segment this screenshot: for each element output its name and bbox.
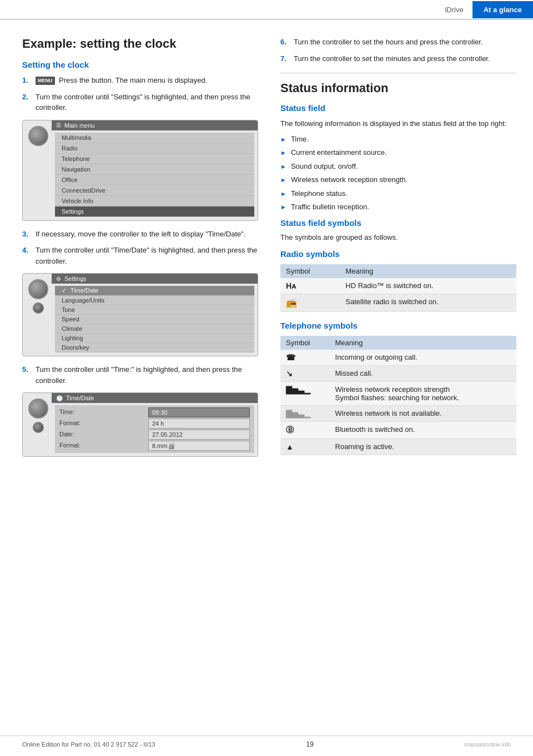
status-symbols-desc: The symbols are grouped as follows. bbox=[280, 233, 516, 241]
main-title: Example: setting the clock bbox=[22, 37, 258, 51]
header-ataglance-label: At a glance bbox=[472, 1, 533, 18]
td-label-format1: Format: bbox=[59, 419, 144, 429]
tel-meaning-bluetooth: Bluetooth is switched on. bbox=[330, 421, 516, 439]
missed-call-icon: ↘ bbox=[286, 369, 293, 378]
radio-symbols-heading: Radio symbols bbox=[280, 249, 516, 259]
right-column: 6. Turn the controller to set the hours … bbox=[280, 37, 516, 465]
step-3-num: 3. bbox=[22, 229, 33, 240]
step-2-num: 2. bbox=[22, 92, 33, 103]
tel-meaning-roaming: Roaming is active. bbox=[330, 439, 516, 455]
page-footer: Online Edition for Part no. 01 40 2 917 … bbox=[0, 735, 533, 748]
settings-item-doorskey: Doors/key bbox=[55, 343, 254, 352]
step-6-num: 6. bbox=[280, 37, 291, 48]
tel-symbol-missed: ↘ bbox=[280, 365, 330, 381]
td-value-format1: 24 h bbox=[148, 419, 250, 429]
menu-icon: MENU bbox=[36, 77, 55, 85]
steps-5: 5. Turn the controller until "Time:" is … bbox=[22, 364, 258, 386]
menu-item-telephone: Telephone bbox=[55, 154, 254, 164]
tel-row-call: ☎ Incoming or outgoing call. bbox=[280, 350, 516, 366]
screenshot-3-inner: 🕐 Time/Date Time: 09:30 Format: 24 h Dat… bbox=[55, 396, 254, 453]
bullet-arrow-6: ► bbox=[280, 203, 286, 212]
status-item-time: ► Time. bbox=[280, 134, 516, 145]
tel-meaning-call: Incoming or outgoing call. bbox=[330, 350, 516, 366]
main-content: Example: setting the clock Setting the c… bbox=[0, 20, 533, 481]
screenshot-full-2: ⚙ Settings ✓ Time/Date Language/Units To… bbox=[26, 277, 254, 352]
radio-col-symbol: Symbol bbox=[280, 264, 340, 278]
radio-symbol-hd: Hᴀ bbox=[280, 278, 340, 294]
step-6-content: Turn the controller to set the hours and… bbox=[294, 37, 516, 48]
td-value-format2: tt.mm.jjjj bbox=[148, 441, 250, 451]
menu-item-navigation: Navigation bbox=[55, 164, 254, 175]
telephone-symbols-heading: Telephone symbols bbox=[280, 321, 516, 330]
step-2: 2. Turn the controller until "Settings" … bbox=[22, 92, 258, 113]
radio-row-hd: Hᴀ HD Radio™ is switched on. bbox=[280, 278, 516, 294]
header-idrive-label: iDrive bbox=[436, 1, 472, 18]
screenshot-3-header-text: Time/Date bbox=[66, 395, 94, 401]
status-info-heading: Status information bbox=[280, 81, 516, 95]
step-6: 6. Turn the controller to set the hours … bbox=[280, 37, 516, 48]
phone-call-icon: ☎ bbox=[286, 353, 295, 362]
menu-item-multimedia: Multimedia bbox=[55, 133, 254, 143]
screenshot-full-3: 🕐 Time/Date Time: 09:30 Format: 24 h Dat… bbox=[26, 396, 254, 453]
screenshot-1-header-text: Main menu bbox=[64, 122, 94, 129]
settings-item-speed: Speed bbox=[55, 315, 254, 324]
step-1-content: MENU Press the button. The main menu is … bbox=[36, 75, 258, 86]
tel-symbol-call: ☎ bbox=[280, 350, 330, 366]
step-7: 7. Turn the controller to set the minute… bbox=[280, 53, 516, 64]
td-label-format2: Format: bbox=[59, 441, 144, 451]
tel-symbol-no-signal: ▇▅▃▁ bbox=[280, 405, 330, 421]
settings-item-lighting: Lighting bbox=[55, 334, 254, 343]
step-7-content: Turn the controller to set the minutes a… bbox=[294, 53, 516, 64]
bullet-arrow-3: ► bbox=[280, 162, 286, 172]
status-item-wireless-text: Wireless network reception strength. bbox=[291, 174, 408, 185]
radio-symbols-table: Symbol Meaning Hᴀ HD Radio™ is switched … bbox=[280, 264, 516, 312]
status-item-entertainment: ► Current entertainment source. bbox=[280, 147, 516, 158]
radio-col-meaning: Meaning bbox=[340, 264, 516, 278]
screenshot-timedate: 🕐 Time/Date Time: 09:30 Format: 24 h Dat… bbox=[22, 392, 258, 457]
td-label-date: Date: bbox=[59, 430, 144, 440]
status-item-entertainment-text: Current entertainment source. bbox=[291, 147, 387, 158]
telephone-symbols-table: Symbol Meaning ☎ Incoming or outgoing ca… bbox=[280, 336, 516, 455]
page-header: iDrive At a glance bbox=[0, 0, 533, 20]
settings-item-timedate: ✓ Time/Date bbox=[55, 286, 254, 296]
step-5: 5. Turn the controller until "Time:" is … bbox=[22, 364, 258, 386]
tel-row-no-signal: ▇▅▃▁ Wireless network is not available. bbox=[280, 405, 516, 421]
menu-item-connecteddrive: ConnectedDrive bbox=[55, 185, 254, 196]
screenshot-settings: ⚙ Settings ✓ Time/Date Language/Units To… bbox=[22, 273, 258, 356]
tel-meaning-missed: Missed call. bbox=[330, 365, 516, 381]
checkmark-icon: ✓ bbox=[62, 287, 67, 294]
status-field-desc: The following information is displayed i… bbox=[280, 118, 516, 129]
td-value-date: 27.05.2012 bbox=[148, 430, 250, 440]
td-value-time: 09:30 bbox=[148, 407, 250, 417]
bluetooth-icon: Ⓑ bbox=[286, 425, 294, 434]
status-item-time-text: Time. bbox=[291, 134, 309, 145]
status-item-traffic-text: Traffic bulletin reception. bbox=[291, 201, 369, 213]
step-3-content: If necessary, move the controller to the… bbox=[36, 229, 258, 240]
bullet-arrow-1: ► bbox=[280, 135, 286, 144]
settings-item-tone: Tone bbox=[55, 305, 254, 315]
hd-radio-icon: Hᴀ bbox=[286, 281, 296, 290]
bullet-arrow-4: ► bbox=[280, 175, 286, 185]
settings-item-climate: Climate bbox=[55, 324, 254, 334]
screenshot-3-header: 🕐 Time/Date bbox=[52, 393, 258, 403]
radio-symbol-satellite: 📻 bbox=[280, 294, 340, 311]
step-7-num: 7. bbox=[280, 53, 291, 64]
steps-6-7: 6. Turn the controller to set the hours … bbox=[280, 37, 516, 64]
left-column: Example: setting the clock Setting the c… bbox=[22, 37, 258, 465]
tel-meaning-no-signal: Wireless network is not available. bbox=[330, 405, 516, 421]
main-menu-list: Multimedia Radio Telephone Navigation Of… bbox=[55, 133, 254, 217]
step-1-num: 1. bbox=[22, 75, 33, 86]
tel-symbol-roaming: ▲ bbox=[280, 439, 330, 455]
tel-col-meaning: Meaning bbox=[330, 336, 516, 350]
divider-1 bbox=[280, 73, 516, 73]
status-field-items: ► Time. ► Current entertainment source. … bbox=[280, 134, 516, 213]
menu-item-settings: Settings bbox=[55, 206, 254, 217]
screenshot-1-header: ☰ Main menu bbox=[52, 120, 258, 130]
bullet-arrow-2: ► bbox=[280, 148, 286, 158]
status-item-sound-text: Sound output, on/off. bbox=[291, 161, 358, 172]
timedate-icon: 🕐 bbox=[56, 395, 63, 401]
tel-col-symbol: Symbol bbox=[280, 336, 330, 350]
step-5-num: 5. bbox=[22, 364, 33, 375]
tel-symbol-bluetooth: Ⓑ bbox=[280, 421, 330, 439]
status-item-wireless: ► Wireless network reception strength. bbox=[280, 174, 516, 185]
